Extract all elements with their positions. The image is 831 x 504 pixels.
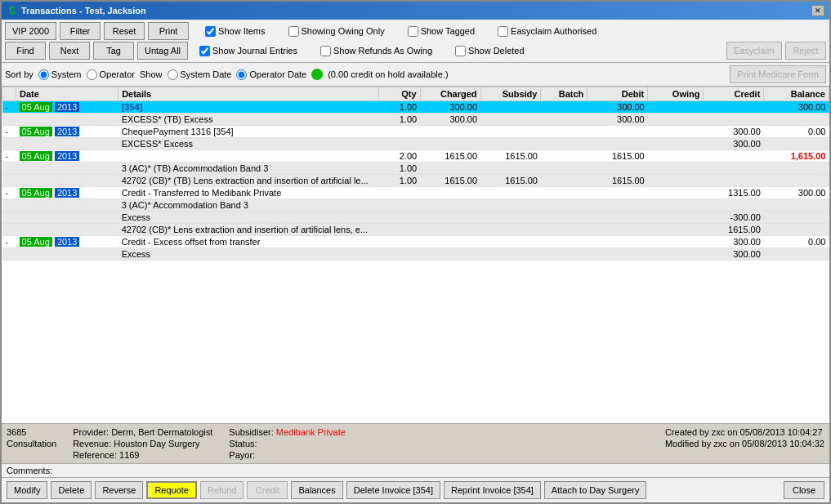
toolbar-row-1: VIP 2000 Filter Reset Print Show Items S… [5, 22, 826, 40]
easyclaim-button[interactable]: Easyclaim [726, 42, 782, 60]
expand-cell [2, 138, 16, 150]
find-button[interactable]: Find [5, 42, 46, 60]
show-tagged-checkbox[interactable] [408, 26, 418, 37]
reprint-invoice-button[interactable]: Reprint Invoice [354] [444, 481, 541, 499]
qty-cell: 1.00 [378, 163, 420, 175]
date-cell [16, 248, 118, 261]
created-info: Created by zxc on 05/08/2013 10:04:27 [665, 427, 824, 437]
requote-button[interactable]: Requote [146, 481, 197, 499]
print-button[interactable]: Print [148, 22, 189, 40]
transactions-table-container[interactable]: Date Details Qty Charged Subsidy Batch D… [2, 87, 829, 423]
subsidy-cell [480, 212, 541, 224]
reject-button[interactable]: Reject [785, 42, 826, 60]
show-deleted-checkbox[interactable] [455, 46, 466, 56]
expand-cell [2, 163, 16, 175]
debit-cell [588, 187, 648, 199]
date-cell [16, 224, 118, 236]
expand-cell[interactable]: - [2, 150, 16, 163]
expand-cell[interactable]: - [2, 187, 16, 199]
owing-cell [648, 199, 704, 212]
easyclaim-authorised-checkbox[interactable] [498, 26, 508, 37]
expand-cell[interactable]: - [2, 236, 16, 248]
table-row[interactable]: - 05 Aug 2013 Credit - Transferred to Me… [2, 187, 829, 199]
show-items-checkbox[interactable] [205, 26, 216, 37]
status-bar: 3685 Consultation Provider: Derm, Bert D… [2, 423, 829, 463]
subsidy-cell [480, 224, 541, 236]
expand-icon[interactable]: - [6, 188, 9, 198]
charged-cell [420, 138, 480, 150]
payor-row: Payor: [229, 450, 649, 460]
print-medicare-button[interactable]: Print Medicare Form [730, 65, 826, 83]
showing-owing-label: Showing Owing Only [302, 26, 385, 36]
expand-cell[interactable]: - [2, 101, 16, 114]
reverse-button[interactable]: Reverse [95, 481, 143, 499]
delete-button[interactable]: Delete [51, 481, 92, 499]
table-row[interactable]: 3 (AC)* (TB) Accommodation Band 3 1.00 [2, 163, 829, 175]
tag-button[interactable]: Tag [93, 42, 134, 60]
expand-cell [2, 248, 16, 261]
col-header-charged: Charged [420, 87, 480, 101]
status-col-id: 3685 Consultation [7, 427, 56, 460]
show-system-date-radio[interactable] [168, 69, 178, 80]
balances-button[interactable]: Balances [291, 481, 342, 499]
vip2000-button[interactable]: VIP 2000 [5, 22, 56, 40]
showing-owing-checkbox[interactable] [288, 26, 299, 37]
balance-cell [764, 175, 829, 187]
details-cell: [354] [118, 101, 378, 114]
charged-cell [420, 236, 480, 248]
credit-cell: 300.00 [704, 236, 764, 248]
reset-button[interactable]: Reset [104, 22, 145, 40]
table-row[interactable]: - 05 Aug 2013 ChequePayment 1316 [354] 3… [2, 126, 829, 138]
expand-icon[interactable]: - [6, 102, 9, 112]
date-cell [16, 163, 118, 175]
date-cell [16, 138, 118, 150]
table-row[interactable]: EXCESS* (TB) Excess 1.00 300.00 300.00 [2, 114, 829, 126]
credit-button[interactable]: Credit [247, 481, 288, 499]
modify-button[interactable]: Modify [7, 481, 47, 499]
table-row[interactable]: - 05 Aug 2013 [354] 1.00 300.00 300.00 3… [2, 101, 829, 114]
table-row[interactable]: - 05 Aug 2013 2.00 1615.00 1615.00 1615.… [2, 150, 829, 163]
table-row[interactable]: - 05 Aug 2013 Credit - Excess offset fro… [2, 236, 829, 248]
refunds-owing-checkbox[interactable] [320, 46, 331, 56]
close-window-button[interactable]: ✕ [811, 5, 824, 16]
delete-invoice-button[interactable]: Delete Invoice [354] [346, 481, 440, 499]
close-button[interactable]: Close [784, 481, 824, 499]
next-button[interactable]: Next [49, 42, 90, 60]
refund-button[interactable]: Refund [200, 481, 243, 499]
balance-cell [764, 138, 829, 150]
sort-by-label: Sort by [5, 69, 34, 79]
batch-cell [541, 212, 588, 224]
table-row[interactable]: 3 (AC)* Accommodation Band 3 [2, 199, 829, 212]
show-system-date-label: System Date [181, 69, 232, 79]
attach-button[interactable]: Attach to Day Surgery [544, 481, 647, 499]
table-row[interactable]: Excess -300.00 [2, 212, 829, 224]
balance-cell [764, 163, 829, 175]
table-row[interactable]: 42702 (CB)* (TB) Lens extraction and ins… [2, 175, 829, 187]
untag-all-button[interactable]: Untag All [137, 42, 188, 60]
qty-cell: 1.00 [378, 175, 420, 187]
expand-icon[interactable]: - [6, 237, 9, 247]
subsidy-cell: 1615.00 [480, 175, 541, 187]
qty-cell [378, 248, 420, 261]
table-row[interactable]: EXCESS* Excess 300.00 [2, 138, 829, 150]
table-row[interactable]: Excess 300.00 [2, 248, 829, 261]
details-cell: EXCESS* Excess [118, 138, 378, 150]
date-value: 05 Aug [20, 151, 52, 161]
debit-cell: 1615.00 [588, 150, 648, 163]
details-cell [118, 150, 378, 163]
expand-icon[interactable]: - [6, 151, 9, 161]
sort-operator-radio[interactable] [87, 69, 97, 80]
show-journal-checkbox[interactable] [199, 46, 210, 56]
sort-system-radio[interactable] [38, 69, 49, 80]
expand-cell[interactable]: - [2, 126, 16, 138]
table-row[interactable]: 42702 (CB)* Lens extraction and insertio… [2, 224, 829, 236]
reference-info: Reference: 1169 [73, 450, 212, 460]
filter-button[interactable]: Filter [60, 22, 101, 40]
table-header-row: Date Details Qty Charged Subsidy Batch D… [2, 87, 829, 101]
expand-icon[interactable]: - [6, 127, 9, 136]
owing-cell [648, 163, 704, 175]
show-operator-date-radio[interactable] [236, 69, 247, 80]
owing-cell [648, 101, 704, 114]
batch-cell [541, 187, 588, 199]
charged-cell: 1615.00 [420, 175, 480, 187]
